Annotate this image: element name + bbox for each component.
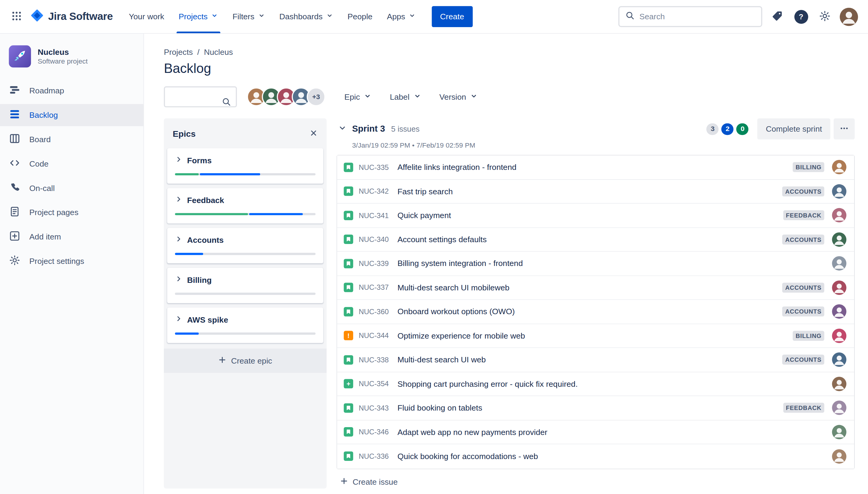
settings-button[interactable] (816, 8, 834, 25)
issue-row[interactable]: NUC-340 Account settings defaults ACCOUN… (337, 228, 854, 252)
version-filter-dropdown[interactable]: Version (434, 88, 483, 106)
help-button[interactable] (792, 8, 810, 25)
sidebar-item-code[interactable]: Code (0, 153, 144, 175)
assignee-avatar[interactable] (832, 281, 847, 295)
epic-progress-segment (175, 253, 203, 255)
plus-icon (340, 477, 348, 487)
epic-card[interactable]: Billing (167, 268, 324, 303)
gear-icon (818, 10, 831, 23)
code-icon (9, 157, 20, 170)
story-icon (344, 403, 353, 412)
epic-card[interactable]: AWS spike (167, 307, 324, 343)
issue-row[interactable]: + NUC-354 Shopping cart purchasing error… (337, 372, 854, 396)
label-badge: ACCOUNTS (782, 234, 824, 244)
nav-item-apps[interactable]: Apps (380, 0, 423, 33)
assignee-avatar[interactable] (832, 401, 847, 415)
assignee-avatar[interactable] (832, 329, 847, 343)
announcements-button[interactable] (768, 8, 786, 25)
issue-summary: Onboard workout options (OWO) (398, 307, 782, 316)
issue-summary: Account settings defaults (398, 235, 782, 244)
roadmap-icon (9, 84, 20, 97)
assignee-avatar[interactable] (832, 160, 847, 174)
global-search[interactable] (618, 6, 762, 27)
create-issue-button[interactable]: Create issue (337, 472, 401, 491)
label-filter-dropdown[interactable]: Label (384, 88, 426, 106)
create-button[interactable]: Create (432, 6, 473, 27)
sidebar-item-on-call[interactable]: On-call (0, 177, 144, 199)
epic-card[interactable]: Forms (167, 148, 324, 184)
nav-item-your-work[interactable]: Your work (122, 0, 171, 33)
nav-item-dashboards[interactable]: Dashboards (272, 0, 340, 33)
create-epic-button[interactable]: Create epic (164, 348, 327, 373)
assignee-avatar[interactable] (832, 377, 847, 391)
issue-key: NUC-340 (359, 235, 394, 244)
issue-key: NUC-344 (359, 331, 394, 340)
issue-row[interactable]: NUC-343 Fluid booking on tablets FEEDBAC… (337, 396, 854, 420)
story-icon (344, 283, 353, 292)
issue-list: NUC-335 Affelite links integration - fro… (337, 155, 855, 469)
sidebar-item-project-pages[interactable]: Project pages (0, 202, 144, 224)
story-icon (344, 235, 353, 244)
user-avatar[interactable] (840, 7, 858, 26)
sprint-more-button[interactable] (834, 118, 855, 139)
issue-row[interactable]: NUC-335 Affelite links integration - fro… (337, 155, 854, 179)
nav-item-filters[interactable]: Filters (225, 0, 272, 33)
issue-row[interactable]: NUC-336 Quick booking for accomodations … (337, 444, 854, 469)
assignee-avatar[interactable] (832, 232, 847, 247)
issue-row[interactable]: NUC-337 Multi-dest search UI mobileweb A… (337, 276, 854, 300)
issue-row[interactable]: NUC-341 Quick payment FEEDBACK (337, 204, 854, 228)
app-switcher-button[interactable] (8, 8, 25, 25)
issue-row[interactable]: NUC-346 Adapt web app no new payments pr… (337, 420, 854, 444)
sprint-count-badge: 3 (706, 123, 719, 135)
sidebar-item-roadmap[interactable]: Roadmap (0, 79, 144, 101)
project-sidebar: Nucleus Software project Roadmap Backlog… (0, 33, 144, 494)
page-title: Backlog (164, 61, 855, 76)
assignee-avatar[interactable] (832, 256, 847, 271)
chevron-right-icon (175, 315, 183, 325)
close-epics-button[interactable] (306, 126, 321, 141)
chevron-down-icon (408, 12, 415, 21)
label-badge: ACCOUNTS (782, 283, 824, 292)
global-search-input[interactable] (639, 12, 756, 21)
epic-filter-dropdown[interactable]: Epic (339, 88, 377, 106)
nav-item-people[interactable]: People (340, 0, 380, 33)
assignee-avatar[interactable] (832, 425, 847, 439)
backlog-search[interactable] (164, 87, 237, 108)
nav-item-projects[interactable]: Projects (171, 0, 225, 33)
issue-row[interactable]: NUC-342 Fast trip search ACCOUNTS (337, 179, 854, 204)
issue-key: NUC-346 (359, 428, 394, 436)
breadcrumb-projects[interactable]: Projects (164, 48, 193, 56)
issue-row[interactable]: NUC-338 Multi-dest search UI web ACCOUNT… (337, 348, 854, 372)
assignee-avatar[interactable] (832, 208, 847, 223)
issue-row[interactable]: NUC-360 Onboard workout options (OWO) AC… (337, 300, 854, 324)
issue-row[interactable]: NUC-339 Billing system integration - fro… (337, 252, 854, 276)
story-icon (344, 452, 353, 461)
epic-card[interactable]: Feedback (167, 188, 324, 224)
sprint-status-badges: 320 (706, 123, 749, 135)
assignee-avatar[interactable] (832, 305, 847, 319)
chevron-down-icon (364, 92, 372, 101)
sidebar-item-backlog[interactable]: Backlog (0, 104, 144, 126)
epic-progress-segment (175, 173, 199, 175)
collapse-sprint-button[interactable] (337, 124, 348, 135)
backlog-search-input[interactable] (171, 93, 219, 101)
epic-card[interactable]: Accounts (167, 228, 324, 264)
epics-panel: Epics Forms Feedback Accounts Billing AW… (164, 118, 327, 489)
label-badge: FEEDBACK (783, 210, 824, 220)
complete-sprint-button[interactable]: Complete sprint (757, 118, 830, 139)
sidebar-item-add-item[interactable]: Add item (0, 226, 144, 248)
issue-row[interactable]: ! NUC-344 Optimize experience for mobile… (337, 324, 854, 348)
assignee-avatar[interactable] (832, 353, 847, 367)
chevron-down-icon (470, 92, 478, 101)
assignee-avatar[interactable] (832, 184, 847, 198)
sidebar-item-board[interactable]: Board (0, 128, 144, 150)
sprint-section: Sprint 3 5 issues 320 Complete sprint 3/… (337, 118, 855, 489)
jira-logo[interactable]: Jira Software (30, 8, 113, 25)
issue-summary: Quick booking for accomodations - web (398, 452, 832, 460)
sidebar-item-project-settings[interactable]: Project settings (0, 250, 144, 272)
sprint-issue-count: 5 issues (391, 125, 420, 133)
breadcrumb-project-name[interactable]: Nucleus (204, 48, 233, 56)
assignee-avatar[interactable] (832, 449, 847, 463)
avatar-overflow-chip[interactable]: +3 (307, 87, 326, 106)
issue-summary: Fluid booking on tablets (398, 403, 783, 412)
